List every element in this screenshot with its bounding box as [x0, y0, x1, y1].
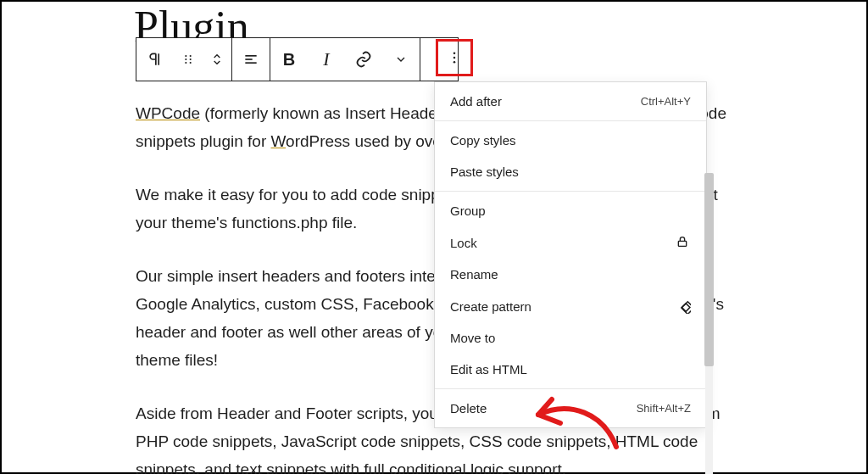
svg-point-2 [185, 62, 186, 64]
menu-item-paste-styles[interactable]: Paste styles [435, 156, 706, 187]
svg-point-3 [190, 55, 192, 57]
svg-point-0 [185, 55, 186, 57]
menu-scrollbar[interactable] [705, 173, 713, 474]
move-up-down-icon[interactable] [203, 39, 231, 80]
svg-point-4 [190, 59, 192, 60]
block-options-menu: Add after Ctrl+Alt+Y Copy styles Paste s… [434, 81, 707, 428]
menu-item-create-pattern[interactable]: Create pattern [435, 290, 706, 322]
drag-handle-icon[interactable] [174, 39, 203, 80]
menu-item-lock[interactable]: Lock [435, 226, 706, 259]
align-left-icon[interactable] [232, 39, 270, 80]
menu-item-add-after[interactable]: Add after Ctrl+Alt+Y [435, 86, 706, 117]
diamond-icon [676, 298, 691, 314]
italic-button[interactable]: I [308, 39, 345, 80]
menu-item-copy-styles[interactable]: Copy styles [435, 125, 706, 156]
svg-point-11 [453, 61, 456, 64]
menu-item-edit-as-html[interactable]: Edit as HTML [435, 354, 706, 385]
block-toolbar: B I [136, 37, 459, 81]
svg-point-5 [190, 62, 192, 64]
lock-icon [676, 235, 691, 250]
menu-item-move-to[interactable]: Move to [435, 322, 706, 354]
bold-button[interactable]: B [270, 39, 308, 80]
paragraph-icon[interactable] [136, 39, 174, 80]
menu-item-group[interactable]: Group [435, 195, 706, 226]
more-options-button[interactable] [436, 39, 473, 76]
svg-point-10 [453, 57, 456, 59]
link-wpcode[interactable]: WPCode [136, 104, 200, 122]
svg-point-9 [453, 52, 456, 54]
svg-point-1 [185, 59, 186, 60]
scrollbar-thumb[interactable] [704, 173, 714, 366]
menu-item-delete[interactable]: Delete Shift+Alt+Z [435, 393, 706, 424]
svg-rect-12 [678, 241, 686, 246]
menu-item-rename[interactable]: Rename [435, 259, 706, 290]
screenshot-frame: Plugin B I [0, 0, 868, 474]
link-icon[interactable] [345, 39, 382, 80]
chevron-down-icon[interactable] [382, 39, 420, 80]
